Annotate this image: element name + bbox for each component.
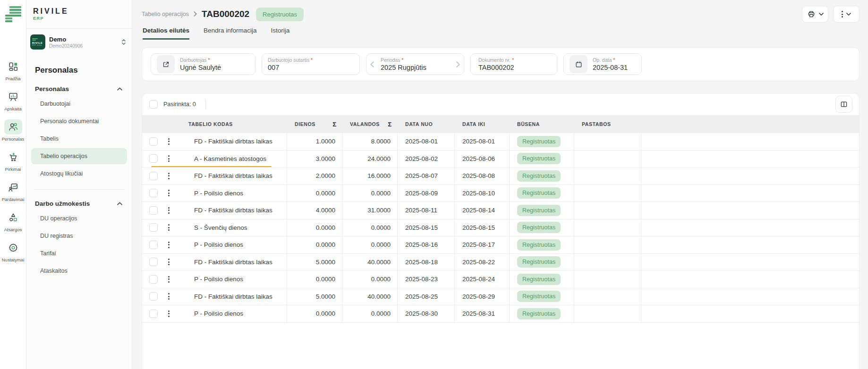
- section-header-darbo-uzmokestis[interactable]: Darbo užmokestis: [31, 190, 127, 209]
- sidebar-item-du-operacijos[interactable]: DU operacijos: [31, 210, 127, 226]
- column-header-busena[interactable]: BŪSENA: [510, 115, 574, 133]
- darbuotojas-field[interactable]: Darbuotojas Ugnė Saulytė: [151, 53, 255, 75]
- dienos-cell: 1.0000: [287, 133, 342, 150]
- tabelio-kodas-cell: FD - Faktiškai dirbtas laikas: [194, 172, 272, 179]
- column-header-tabelio-kodas[interactable]: TABELIO KODAS: [142, 115, 287, 133]
- column-header-valandos[interactable]: VALANDOSΣ: [342, 115, 398, 133]
- table-row: S - Švenčių dienos0.00000.00002025-08-15…: [142, 219, 859, 237]
- brand-name: RIVILE: [33, 7, 132, 16]
- sidebar-item-ataskaitos[interactable]: Ataskaitos: [31, 263, 127, 279]
- table-row: P - Poilsio dienos0.00000.00002025-08-09…: [142, 185, 859, 202]
- data-iki-cell: 2025-08-24: [455, 271, 510, 288]
- rail-item-pirkimai[interactable]: Pirkimai: [2, 150, 25, 172]
- column-header-pastabos[interactable]: PASTABOS: [574, 115, 641, 133]
- empty-cell: [641, 202, 859, 219]
- row-menu-icon[interactable]: [168, 310, 170, 317]
- sidebar-item-personalo-dokumentai[interactable]: Personalo dokumentai: [31, 113, 127, 129]
- row-checkbox[interactable]: [149, 275, 158, 284]
- darbuotojas-value: Ugnė Saulytė: [180, 64, 221, 71]
- calendar-icon[interactable]: [570, 55, 587, 73]
- rail-item-nustatymai[interactable]: Nustatymai: [2, 240, 25, 262]
- tab-detalios-eilutes[interactable]: Detalios eilutės: [143, 27, 189, 40]
- select-all-checkbox[interactable]: [149, 100, 158, 109]
- empty-cell: [641, 271, 859, 288]
- chevron-left-icon[interactable]: [370, 61, 374, 67]
- pastabos-cell: [574, 202, 641, 219]
- valandos-cell: 40.0000: [342, 288, 398, 305]
- tabelio-kodas-cell: S - Švenčių dienos: [194, 224, 247, 231]
- sidebar-item-darbuotojai[interactable]: Darbuotojai: [31, 96, 127, 112]
- column-header-data-iki[interactable]: DATA IKI: [455, 115, 510, 133]
- row-checkbox[interactable]: [149, 258, 158, 266]
- sidebar-item-tabelis[interactable]: Tabelis: [31, 131, 127, 147]
- dienos-cell: 0.0000: [287, 236, 342, 253]
- rail-item-atsargos[interactable]: Atsargos: [2, 210, 25, 232]
- row-menu-icon[interactable]: [168, 173, 170, 179]
- row-menu-icon[interactable]: [168, 138, 170, 145]
- sidebar-item-tarifai[interactable]: Tarifai: [31, 245, 127, 261]
- darbuotojo-sutartis-field[interactable]: Darbuotojo sutartis 007: [262, 53, 360, 75]
- up-down-chevron-icon[interactable]: [121, 39, 126, 45]
- column-settings-button[interactable]: [835, 96, 852, 113]
- column-header-dienos[interactable]: DIENOSΣ: [287, 115, 342, 133]
- row-checkbox[interactable]: [149, 172, 158, 180]
- dokumento-nr-field[interactable]: Dokumento nr. TAB000202: [470, 53, 557, 75]
- data-nuo-cell: 2025-08-02: [398, 151, 455, 168]
- column-header-data-nuo[interactable]: DATA NUO: [398, 115, 455, 133]
- sidebar-section-personalas: Personalas Darbuotojai Personalo dokumen…: [26, 75, 132, 182]
- rail-item-pardavimai[interactable]: Pardavimai: [2, 180, 25, 202]
- row-menu-icon[interactable]: [168, 259, 170, 265]
- row-menu-icon[interactable]: [168, 155, 170, 162]
- tabelio-kodas-cell: FD - Faktiškai dirbtas laikas: [194, 138, 272, 145]
- row-checkbox[interactable]: [149, 189, 158, 197]
- empty-cell: [641, 185, 859, 202]
- table-row: FD - Faktiškai dirbtas laikas5.000040.00…: [142, 288, 859, 306]
- row-checkbox[interactable]: [149, 206, 158, 215]
- field-label: Op. data: [593, 57, 628, 63]
- sidebar-item-du-registras[interactable]: DU registras: [31, 228, 127, 244]
- periodas-field[interactable]: Periodas 2025 Rugpjūtis: [366, 53, 464, 75]
- rail-item-apskaita[interactable]: Apskaita: [2, 89, 25, 111]
- table-row: FD - Faktiškai dirbtas laikas4.000031.00…: [142, 202, 859, 219]
- row-menu-icon[interactable]: [168, 242, 170, 248]
- row-checkbox[interactable]: [149, 241, 158, 249]
- rail-item-pradzia[interactable]: Pradžia: [2, 59, 25, 81]
- section-header-personalas[interactable]: Personalas: [31, 75, 127, 94]
- row-checkbox[interactable]: [149, 292, 158, 301]
- row-checkbox[interactable]: [149, 223, 158, 232]
- field-label: Darbuotojo sutartis: [268, 57, 313, 63]
- account-switcher[interactable]: RIVILE ERP demo Demo Demo20240906: [26, 28, 132, 55]
- gear-icon: [4, 240, 22, 255]
- row-checkbox[interactable]: [149, 310, 158, 318]
- pastabos-cell: [574, 151, 641, 168]
- tabelio-kodas-cell: P - Poilsio dienos: [194, 190, 243, 197]
- tab-istorija[interactable]: Istorija: [271, 27, 290, 40]
- rail-item-personalas[interactable]: Personalas: [2, 119, 25, 142]
- row-menu-icon[interactable]: [168, 224, 170, 231]
- rail-label: Apskaita: [4, 106, 21, 111]
- print-button[interactable]: [802, 6, 828, 23]
- row-checkbox[interactable]: [149, 154, 158, 163]
- external-link-icon[interactable]: [157, 55, 175, 73]
- data-iki-cell: 2025-08-10: [455, 185, 510, 202]
- chevron-up-icon: [117, 87, 122, 91]
- row-menu-icon[interactable]: [168, 276, 170, 283]
- more-actions-button[interactable]: [833, 6, 859, 23]
- row-menu-icon[interactable]: [168, 207, 170, 214]
- tab-bendra-informacija[interactable]: Bendra informacija: [204, 27, 257, 40]
- rail-label: Nustatymai: [2, 257, 25, 262]
- sidebar-item-atostogu-likuciai[interactable]: Atostogų likučiai: [31, 166, 127, 182]
- row-menu-icon[interactable]: [168, 293, 170, 300]
- breadcrumb[interactable]: Tabelio operacijos: [142, 11, 189, 17]
- valandos-cell: 31.0000: [342, 202, 398, 219]
- sum-icon[interactable]: Σ: [332, 121, 337, 128]
- sidebar-item-tabelio-operacijos[interactable]: Tabelio operacijos: [31, 148, 127, 164]
- op-data-field[interactable]: Op. data 2025-08-31: [563, 53, 642, 75]
- data-iki-cell: 2025-08-29: [455, 288, 510, 305]
- sum-icon[interactable]: Σ: [388, 121, 392, 128]
- row-menu-icon[interactable]: [168, 190, 170, 196]
- row-checkbox[interactable]: [149, 137, 158, 146]
- table-row: FD - Faktiškai dirbtas laikas2.000016.00…: [142, 168, 859, 185]
- chevron-right-icon[interactable]: [456, 61, 460, 67]
- table-row: P - Poilsio dienos0.00000.00002025-08-16…: [142, 236, 859, 254]
